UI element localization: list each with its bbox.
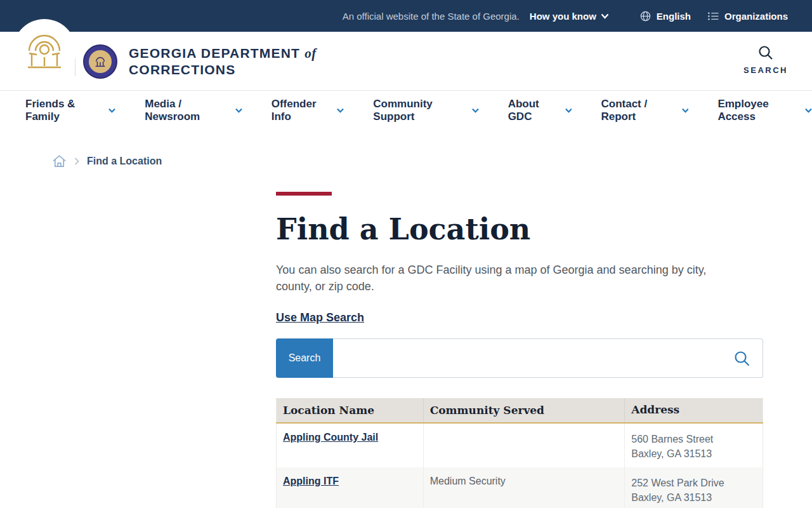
address-cell: 560 Barnes StreetBaxley, GA 31513 [625,423,763,467]
agency-name: GEORGIA DEPARTMENT of CORRECTIONS [129,45,317,77]
nav-item-label: About GDC [508,98,561,123]
agency-line1: GEORGIA DEPARTMENT [129,46,300,60]
organizations-link[interactable]: Organizations [707,11,788,22]
how-you-know-label: How you know [530,11,596,22]
search-icon [757,44,774,61]
chevron-down-icon [805,108,812,113]
page-title: Find a Location [276,212,763,246]
table-header-row: Location Name Community Served Address [277,398,763,423]
nav-item-friends-family[interactable]: Friends & Family [25,98,115,123]
breadcrumb-chevron-icon [74,157,79,165]
location-link[interactable]: Appling County Jail [283,432,378,443]
nav-item-media-newsroom[interactable]: Media / Newsroom [145,98,242,123]
locations-tbody: Appling County Jail560 Barnes StreetBaxl… [277,423,763,508]
address-line1: 252 West Park Drive [631,476,756,490]
nav-item-label: Community Support [373,98,467,123]
language-link[interactable]: English [639,10,691,22]
nav-item-contact-report[interactable]: Contact / Report [601,98,688,123]
address-line2: Baxley, GA 31513 [631,490,756,505]
agency-of: of [304,46,317,61]
breadcrumb-current: Find a Location [87,156,162,167]
main-content: Find a Location You can also search for … [276,192,763,508]
organizations-label: Organizations [724,11,788,22]
facility-search-input[interactable] [333,338,763,378]
georgia-arch-logo[interactable] [13,19,76,83]
address-line2: Baxley, GA 31513 [631,446,756,461]
header-community-served: Community Served [423,398,625,423]
chevron-down-icon [682,108,689,113]
header-search-label: SEARCH [743,65,788,75]
agency-line2: CORRECTIONS [129,62,235,77]
how-you-know-button[interactable]: How you know [530,11,609,22]
header-search-button[interactable]: SEARCH [743,44,788,75]
chevron-down-icon [472,108,479,113]
globe-icon [639,10,652,22]
chevron-down-icon [235,108,242,113]
chevron-down-icon [337,108,344,113]
search-magnifier-icon[interactable] [733,350,750,367]
main-navigation: Friends & Family Media / Newsroom Offend… [0,91,812,130]
breadcrumb-home-link[interactable] [52,154,67,168]
address-line1: 560 Barnes Street [631,432,756,446]
search-submit-button[interactable]: Search [276,338,333,378]
title-accent-bar [276,192,332,196]
nav-item-label: Media / Newsroom [145,98,231,123]
chevron-down-icon [108,108,115,113]
table-row: Appling ITFMedium Security252 West Park … [277,467,763,508]
chevron-down-icon [565,108,572,113]
gdc-seal [83,44,117,79]
nav-item-label: Friends & Family [25,98,104,123]
official-website-text: An official website of the State of Geor… [343,11,520,22]
gov-topbar: An official website of the State of Geor… [0,0,812,32]
agency-brand-link[interactable]: GEORGIA DEPARTMENT of CORRECTIONS [75,32,317,91]
nav-item-label: Offender Info [272,98,333,123]
location-link[interactable]: Appling ITF [283,476,339,486]
chevron-down-icon [601,13,609,19]
language-label: English [657,11,691,22]
nav-item-about-gdc[interactable]: About GDC [508,98,572,123]
georgia-arch-icon [23,29,66,72]
locations-table: Location Name Community Served Address A… [276,398,763,508]
intro-text: You can also search for a GDC Facility u… [276,262,720,295]
community-served-cell: Medium Security [423,467,625,508]
community-served-cell [423,423,625,467]
facility-search-bar: Search [276,338,763,378]
table-row: Appling County Jail560 Barnes StreetBaxl… [277,423,763,467]
address-cell: 252 West Park DriveBaxley, GA 31513 [625,467,763,508]
location-name-cell: Appling County Jail [277,423,424,467]
header-address: Address [625,398,763,423]
nav-item-label: Contact / Report [601,98,677,123]
breadcrumb: Find a Location [52,154,812,168]
nav-item-label: Employee Access [717,98,801,123]
site-header: GEORGIA DEPARTMENT of CORRECTIONS SEARCH [0,32,812,91]
use-map-search-link[interactable]: Use Map Search [276,311,364,324]
org-list-icon [707,11,719,22]
nav-item-community-support[interactable]: Community Support [373,98,478,123]
gdc-seal-center [89,50,112,73]
nav-item-employee-access[interactable]: Employee Access [717,98,812,123]
location-name-cell: Appling ITF [277,467,424,508]
home-icon [52,154,67,168]
header-location-name: Location Name [277,398,424,423]
nav-item-offender-info[interactable]: Offender Info [272,98,344,123]
